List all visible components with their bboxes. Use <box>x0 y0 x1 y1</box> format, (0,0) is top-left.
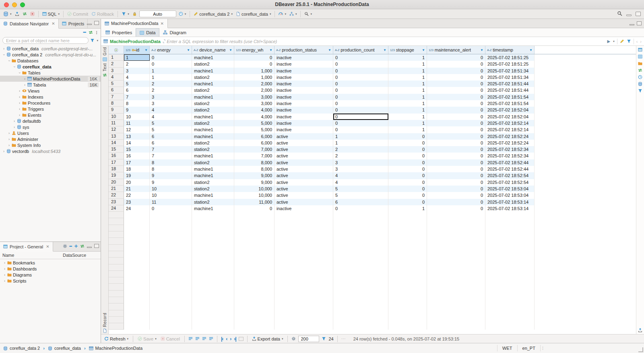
grid-cell[interactable]: 0 <box>333 120 388 126</box>
transaction-log-button[interactable]: ▾ <box>178 11 187 17</box>
row-number[interactable]: 20 <box>109 179 124 186</box>
grid-cell[interactable]: machine1 <box>192 172 234 179</box>
grid-cell[interactable]: machine1 <box>192 126 234 133</box>
subtab-data[interactable]: Data <box>136 28 159 37</box>
tab-project-general[interactable]: Project - General ✕ <box>0 242 53 252</box>
grid-cell[interactable]: 1 <box>388 94 427 100</box>
row-number[interactable]: 19 <box>109 172 124 179</box>
grid-cell[interactable]: 0 <box>234 61 275 67</box>
grid-cell[interactable]: active <box>275 153 333 159</box>
grid-cell[interactable]: 7 <box>124 94 150 100</box>
grid-cell[interactable]: 0 <box>427 100 485 107</box>
grid-cell[interactable]: station2 <box>192 186 234 192</box>
grid-cell[interactable]: 1 <box>388 61 427 67</box>
grid-cell[interactable]: 4,000 <box>234 114 275 120</box>
grid-cell[interactable]: 1 <box>388 81 427 87</box>
grid-cell[interactable]: machine1 <box>192 94 234 100</box>
grid-cell[interactable]: 6,000 <box>234 133 275 140</box>
grid-cell[interactable]: 1 <box>388 107 427 113</box>
grid-cell[interactable]: inactive <box>275 114 333 120</box>
expand-chevron-icon[interactable]: › <box>2 279 7 283</box>
maximize-editor-icon[interactable] <box>636 12 641 16</box>
grid-cell[interactable]: 1 <box>388 74 427 81</box>
collapse-all-icon[interactable]: ━ <box>70 244 72 248</box>
expand-chevron-icon[interactable]: › <box>17 95 22 99</box>
grid-cell[interactable]: 2025-07-02 18:52:54 <box>485 179 535 186</box>
grid-cell[interactable]: 4 <box>150 107 192 113</box>
grid-cell[interactable]: 9,000 <box>234 179 275 186</box>
project-item-dashboards[interactable]: ›Dashboards <box>0 266 101 272</box>
grid-cell[interactable]: 3 <box>333 166 388 172</box>
grid-cell[interactable]: inactive <box>275 205 333 212</box>
grid-cell[interactable]: 21 <box>124 186 150 192</box>
previous-page-icon[interactable]: ‹ <box>226 336 227 342</box>
filters-panel-icon[interactable] <box>638 89 642 93</box>
grid-cell[interactable]: 8,000 <box>234 159 275 166</box>
tree-item-tabela[interactable]: ›Tabela16K <box>0 82 101 88</box>
grid-cell[interactable]: 1 <box>124 54 150 61</box>
sql-editor-button[interactable]: SQL▾ <box>41 11 61 17</box>
active-connection-button[interactable]: coreflux_data 2▾ <box>193 11 233 17</box>
view-menu-icon[interactable]: ⁞ <box>96 30 97 35</box>
project-item-bookmarks[interactable]: ›Bookmarks <box>0 260 101 266</box>
close-window-button[interactable] <box>4 2 9 7</box>
grid-cell[interactable]: inactive <box>275 100 333 107</box>
grid-cell[interactable]: 0 <box>427 166 485 172</box>
row-number[interactable]: 10 <box>109 114 124 120</box>
link-editor-icon[interactable] <box>89 30 93 35</box>
grid-cell[interactable]: 1 <box>150 74 192 81</box>
grid-cell[interactable]: station2 <box>192 159 234 166</box>
timezone-indicator[interactable]: WET <box>497 345 517 352</box>
grid-cell[interactable]: 0 <box>234 54 275 61</box>
tab-machineproductiondata[interactable]: MachineProductionData ✕ <box>101 19 168 28</box>
row-number[interactable]: 16 <box>109 153 124 159</box>
grid-cell[interactable]: 4,000 <box>234 107 275 113</box>
expand-chevron-icon[interactable]: › <box>7 143 11 147</box>
expand-chevron-icon[interactable]: › <box>17 107 22 111</box>
expand-chevron-icon[interactable]: › <box>2 273 7 277</box>
expand-chevron-icon[interactable]: › <box>2 149 6 153</box>
grid-cell[interactable]: 10 <box>150 186 192 192</box>
expand-chevron-icon[interactable]: › <box>2 267 7 271</box>
tree-item-procedures[interactable]: ›Procedures <box>0 100 101 106</box>
grid-cell[interactable]: 0 <box>427 74 485 81</box>
grid-cell[interactable]: 0 <box>427 107 485 113</box>
grid-cell[interactable]: 0 <box>388 172 427 179</box>
tree-item-coreflux-data-2[interactable]: ›coreflux_data 2coreflux-mysql-test-do-u… <box>0 52 101 58</box>
grid-cell[interactable]: 4 <box>150 114 192 120</box>
grid-cell[interactable]: 0 <box>427 120 485 126</box>
grid-cell[interactable]: station2 <box>192 61 234 67</box>
grid-cell[interactable]: 4 <box>333 179 388 186</box>
edit-value-icon[interactable] <box>209 336 213 341</box>
column-header-maintenance_alert[interactable]: 123maintenance_alert▼ <box>427 46 485 54</box>
grid-cell[interactable]: station2 <box>192 87 234 93</box>
grid-cell[interactable]: 17 <box>124 159 150 166</box>
project-item-diagrams[interactable]: ›Diagrams <box>0 272 101 278</box>
row-number[interactable]: 23 <box>109 199 124 205</box>
grid-cell[interactable]: 0 <box>388 153 427 159</box>
expand-chevron-icon[interactable]: › <box>2 261 7 265</box>
grid-cell[interactable]: active <box>275 159 333 166</box>
grid-cell[interactable]: 1 <box>388 68 427 74</box>
grid-cell[interactable]: 3 <box>124 68 150 74</box>
grid-cell[interactable]: 1,000 <box>234 68 275 74</box>
grid-cell[interactable]: active <box>275 172 333 179</box>
row-number[interactable]: 5 <box>109 81 124 87</box>
breadcrumb-connection[interactable]: coreflux_data 2 <box>10 346 40 351</box>
filter-table-name[interactable]: MachineProductionData <box>110 39 161 44</box>
grid-cell[interactable]: active <box>275 186 333 192</box>
grid-cell[interactable]: 0 <box>333 54 388 61</box>
grid-cell[interactable]: 9 <box>150 179 192 186</box>
grid-cell[interactable]: 0 <box>427 146 485 153</box>
refresh-button[interactable]: Refresh▾ <box>103 336 129 342</box>
grid-cell[interactable]: 0 <box>150 205 192 212</box>
grid-cell[interactable]: 2025-07-02 18:52:14 <box>485 120 535 126</box>
row-number[interactable]: 18 <box>109 166 124 172</box>
subtab-diagram[interactable]: Diagram <box>159 28 190 37</box>
grid-cell[interactable]: 2025-07-02 18:52:54 <box>485 172 535 179</box>
grid-cell[interactable]: machine1 <box>192 114 234 120</box>
grid-cell[interactable]: 2025-07-02 18:51:44 <box>485 81 535 87</box>
column-dropdown-icon[interactable]: ▼ <box>528 48 533 52</box>
grid-cell[interactable]: 15 <box>124 146 150 153</box>
expand-chevron-icon[interactable]: › <box>23 83 27 87</box>
